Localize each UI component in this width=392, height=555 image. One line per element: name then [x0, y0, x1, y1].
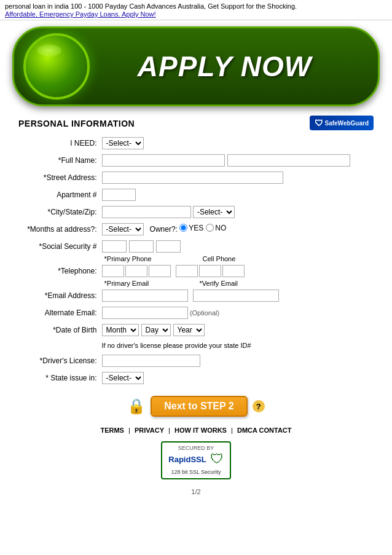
primary-phone-box2[interactable] — [125, 265, 147, 277]
last-name-input[interactable] — [227, 154, 350, 167]
banner-link[interactable]: Affordable, Emergency Payday Loans. Appl… — [5, 10, 156, 18]
owner-radio-group: YES NO — [179, 224, 226, 232]
ssl-box: SECURED BY RapidSSL 🛡 128 bit SSL Securi… — [161, 441, 230, 479]
hero-banner: APPLY NOW — [12, 26, 380, 106]
page-number: 1/2 — [18, 486, 374, 498]
dmca-link[interactable]: DMCA CONTACT — [237, 427, 292, 434]
months-owner-row: *Months at address?: -Select- Owner?: YE… — [18, 221, 374, 238]
alt-email-label: Alternate Email: — [18, 304, 100, 321]
email-row: *Email Address: — [18, 287, 374, 304]
city-state-zip-row: *City/State/Zip: -Select- — [18, 203, 374, 221]
dl-input[interactable] — [102, 355, 200, 367]
privacy-link[interactable]: PRIVACY — [135, 427, 164, 434]
top-banner: personal loan in india 100 - 1000 Payday… — [0, 0, 392, 20]
ssl-logo: RapidSSL — [168, 455, 206, 464]
i-need-field: -Select- — [100, 135, 374, 152]
owner-yes-label[interactable]: YES — [179, 224, 203, 232]
alt-email-field: (Optional) — [100, 304, 374, 321]
full-name-row: *Full Name: — [18, 152, 374, 169]
banner-text: personal loan in india 100 - 1000 Payday… — [5, 2, 387, 10]
shield-icon: 🛡 — [315, 118, 323, 128]
ssl-badge: SECURED BY RapidSSL 🛡 128 bit SSL Securi… — [18, 438, 374, 486]
dl-note-field: If no driver's license please provide yo… — [100, 339, 374, 352]
dob-year-select[interactable]: Year — [173, 324, 205, 336]
ssn-field — [100, 238, 374, 255]
cell-phone-box3[interactable] — [222, 265, 245, 277]
ssn-box2[interactable] — [129, 240, 154, 253]
primary-phone-group — [102, 265, 171, 277]
safeguard-label: SafeWebGuard — [325, 120, 369, 127]
dl-label: *Driver's License: — [18, 352, 100, 369]
help-icon[interactable]: ? — [253, 400, 265, 412]
email-labels-row: *Primary Email *Verify Email — [18, 280, 374, 287]
email-label: *Email Address: — [18, 287, 100, 304]
state-issue-label: * State issue in: — [18, 369, 100, 387]
state-issue-row: * State issue in: -Select- — [18, 369, 374, 387]
months-select[interactable]: -Select- — [102, 223, 144, 235]
primary-phone-box1[interactable] — [102, 265, 124, 277]
state-issue-select[interactable]: -Select- — [102, 372, 144, 384]
primary-email-subheader: *Primary Email — [102, 280, 197, 287]
apt-row: Apartment # — [18, 186, 374, 203]
primary-phone-box3[interactable] — [149, 265, 171, 277]
cell-phone-box1[interactable] — [176, 265, 198, 277]
optional-text: (Optional) — [190, 309, 219, 317]
state-issue-field: -Select- — [100, 369, 374, 387]
dob-day-select[interactable]: Day — [141, 324, 171, 336]
owner-yes-radio[interactable] — [179, 224, 187, 232]
apply-now-text[interactable]: APPLY NOW — [90, 50, 359, 83]
ssn-label: *Social Security # — [18, 238, 100, 255]
owner-label: Owner?: — [150, 225, 178, 234]
ssl-bit-text: 128 bit SSL Security — [171, 469, 221, 475]
verify-email-input[interactable] — [193, 289, 279, 302]
ssn-row: *Social Security # — [18, 238, 374, 255]
full-name-label: *Full Name: — [18, 152, 100, 169]
divider2: | — [168, 427, 172, 434]
telephone-label: *Telephone: — [18, 262, 100, 280]
owner-no-radio[interactable] — [206, 224, 214, 232]
next-btn-area: 🔒 Next to STEP 2 ? — [18, 387, 374, 422]
how-it-works-link[interactable]: HOW IT WORKS — [174, 427, 227, 434]
first-name-input[interactable] — [102, 154, 225, 167]
dl-note-text: If no driver's license please provide yo… — [102, 342, 251, 349]
city-state-zip-field: -Select- — [100, 203, 374, 221]
email-field — [100, 287, 374, 304]
terms-link[interactable]: TERMS — [100, 427, 124, 434]
ssl-shield-icon: 🛡 — [210, 451, 224, 467]
dl-field — [100, 352, 374, 369]
apt-label: Apartment # — [18, 186, 100, 203]
cell-phone-group — [176, 265, 245, 277]
dob-month-select[interactable]: Month — [102, 324, 139, 336]
owner-no-label[interactable]: NO — [206, 224, 226, 232]
email-labels-table: *Primary Email *Verify Email — [102, 280, 371, 287]
ssn-box1[interactable] — [102, 240, 127, 253]
footer-links: TERMS | PRIVACY | HOW IT WORKS | DMCA CO… — [18, 422, 374, 438]
next-step-button[interactable]: Next to STEP 2 — [151, 396, 248, 417]
form-section: 🛡 SafeWebGuard PERSONAL INFORMATION I NE… — [0, 112, 392, 504]
street-address-row: *Street Address: — [18, 169, 374, 186]
divider3: | — [231, 427, 235, 434]
full-name-field — [100, 152, 374, 169]
divider1: | — [128, 427, 132, 434]
phone-labels-table: *Primary Phone Cell Phone — [102, 255, 371, 262]
apt-input[interactable] — [102, 189, 136, 201]
cell-phone-header: Cell Phone — [200, 255, 371, 262]
lock-icon: 🔒 — [127, 398, 146, 415]
alt-email-input[interactable] — [102, 307, 188, 319]
city-input[interactable] — [102, 206, 191, 218]
street-address-input[interactable] — [102, 171, 283, 184]
personal-info-form: I NEED: -Select- *Full Name: *Street Add… — [18, 135, 374, 387]
cell-phone-box2[interactable] — [199, 265, 221, 277]
months-owner-field: -Select- Owner?: YES NO — [100, 221, 374, 238]
i-need-select[interactable]: -Select- — [102, 137, 144, 149]
ssn-box3[interactable] — [156, 240, 181, 253]
i-need-label: I NEED: — [18, 135, 100, 152]
street-address-label: *Street Address: — [18, 169, 100, 186]
secured-by-text: SECURED BY — [168, 445, 223, 451]
i-need-row: I NEED: -Select- — [18, 135, 374, 152]
street-address-field — [100, 169, 374, 186]
state-select[interactable]: -Select- — [193, 206, 235, 218]
safeguard-badge: 🛡 SafeWebGuard — [310, 116, 374, 130]
verify-email-subheader: *Verify Email — [197, 280, 371, 287]
primary-email-input[interactable] — [102, 289, 188, 302]
